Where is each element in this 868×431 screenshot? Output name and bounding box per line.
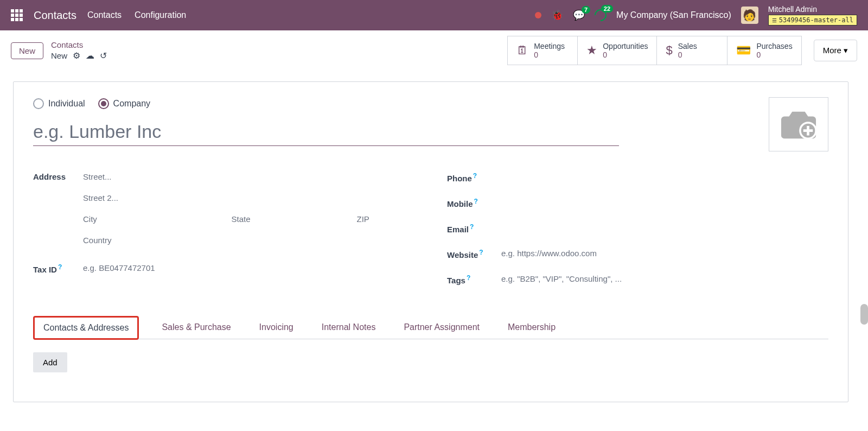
company-switcher[interactable]: My Company (San Francisco) — [616, 10, 731, 20]
more-button[interactable]: More ▾ — [814, 40, 857, 61]
avatar[interactable]: 🧑 — [741, 7, 758, 24]
brand-title: Contacts — [34, 9, 76, 22]
country-input[interactable] — [83, 233, 414, 247]
taxid-input[interactable] — [83, 261, 414, 275]
stat-label: Meetings — [534, 42, 565, 50]
zip-input[interactable] — [357, 212, 414, 226]
apps-icon[interactable] — [11, 9, 23, 21]
card-icon: 💳 — [736, 43, 751, 58]
stat-sales[interactable]: $ Sales0 — [657, 36, 727, 65]
breadcrumb-row: New Contacts New ⚙ ☁ ↺ 🗓 Meetings0 ★ Opp… — [0, 30, 868, 71]
notebook-tabs: Contacts & Addresses Sales & Purchase In… — [33, 316, 828, 339]
user-block[interactable]: Mitchell Admin 53499456-master-all — [768, 5, 857, 26]
help-icon[interactable]: ? — [467, 274, 470, 282]
breadcrumb-parent[interactable]: Contacts — [51, 40, 107, 49]
breadcrumb-current: New — [51, 51, 67, 60]
label-mobile: Mobile? — [447, 195, 501, 209]
label-tags: Tags? — [447, 272, 501, 286]
help-icon[interactable]: ? — [479, 249, 483, 256]
bug-icon[interactable]: 🐞 — [551, 9, 563, 21]
user-name: Mitchell Admin — [768, 5, 857, 14]
stat-value: 0 — [756, 50, 792, 59]
undo-icon[interactable]: ↺ — [100, 50, 107, 61]
tab-invoicing[interactable]: Invoicing — [254, 316, 299, 339]
topnav: Contacts Contacts Configuration 🐞 💬 7 22… — [0, 0, 868, 30]
label-address: Address — [33, 170, 83, 247]
label-website: Website? — [447, 246, 501, 260]
tab-contacts-addresses[interactable]: Contacts & Addresses — [33, 316, 139, 340]
stat-meetings[interactable]: 🗓 Meetings0 — [507, 36, 578, 65]
messages-badge: 7 — [582, 6, 590, 14]
activities-badge: 22 — [601, 5, 613, 12]
state-input[interactable] — [232, 212, 347, 226]
menu-contacts[interactable]: Contacts — [87, 10, 122, 20]
help-icon[interactable]: ? — [473, 172, 477, 180]
menu-configuration[interactable]: Configuration — [135, 10, 186, 20]
record-icon[interactable] — [535, 12, 541, 18]
radio-company[interactable]: Company — [98, 98, 150, 109]
radio-individual[interactable]: Individual — [33, 98, 85, 109]
stat-label: Opportunities — [603, 42, 648, 50]
messages-icon[interactable]: 💬 7 — [573, 9, 585, 21]
topnav-menu: Contacts Configuration — [87, 10, 186, 20]
scrollbar-thumb[interactable] — [860, 304, 868, 325]
gear-icon[interactable]: ⚙ — [73, 50, 80, 61]
radio-label: Company — [113, 99, 150, 109]
cloud-save-icon[interactable]: ☁ — [86, 50, 94, 61]
phone-input[interactable] — [501, 170, 828, 183]
mobile-input[interactable] — [501, 195, 828, 209]
activities-icon[interactable]: 22 — [595, 9, 607, 21]
stat-label: Sales — [678, 42, 697, 50]
add-button[interactable]: Add — [33, 352, 67, 372]
stat-purchases[interactable]: 💳 Purchases0 — [727, 36, 801, 65]
stat-buttons: 🗓 Meetings0 ★ Opportunities0 $ Sales0 💳 … — [507, 36, 801, 65]
help-icon[interactable]: ? — [58, 263, 62, 271]
street2-input[interactable] — [83, 191, 414, 205]
stat-value: 0 — [678, 50, 697, 59]
db-tag: 53499456-master-all — [768, 15, 857, 26]
city-input[interactable] — [83, 212, 222, 226]
name-input[interactable] — [33, 118, 619, 146]
radio-label: Individual — [48, 99, 85, 109]
new-button[interactable]: New — [11, 42, 43, 59]
stat-label: Purchases — [756, 42, 792, 50]
tab-partner-assignment[interactable]: Partner Assignment — [398, 316, 485, 339]
dollar-icon: $ — [666, 43, 672, 58]
tab-pane-contacts: Add — [33, 339, 828, 385]
calendar-icon: 🗓 — [516, 43, 528, 58]
form-sheet: Individual Company Address — [13, 81, 848, 402]
stat-value: 0 — [534, 50, 565, 59]
camera-plus-icon — [780, 108, 818, 141]
label-phone: Phone? — [447, 170, 501, 183]
email-input[interactable] — [501, 221, 828, 234]
label-email: Email? — [447, 221, 501, 234]
street-input[interactable] — [83, 170, 414, 183]
label-taxid: Tax ID? — [33, 261, 83, 275]
tab-membership[interactable]: Membership — [502, 316, 561, 339]
image-upload[interactable] — [769, 97, 828, 151]
star-icon: ★ — [586, 43, 597, 58]
help-icon[interactable]: ? — [470, 223, 474, 231]
website-input[interactable] — [501, 246, 828, 260]
stat-value: 0 — [603, 50, 648, 59]
tags-input[interactable] — [501, 272, 828, 286]
help-icon[interactable]: ? — [474, 198, 478, 205]
topnav-right: 🐞 💬 7 22 My Company (San Francisco) 🧑 Mi… — [535, 5, 857, 26]
tab-internal-notes[interactable]: Internal Notes — [316, 316, 381, 339]
stat-opportunities[interactable]: ★ Opportunities0 — [578, 36, 657, 65]
tab-sales-purchase[interactable]: Sales & Purchase — [156, 316, 236, 339]
